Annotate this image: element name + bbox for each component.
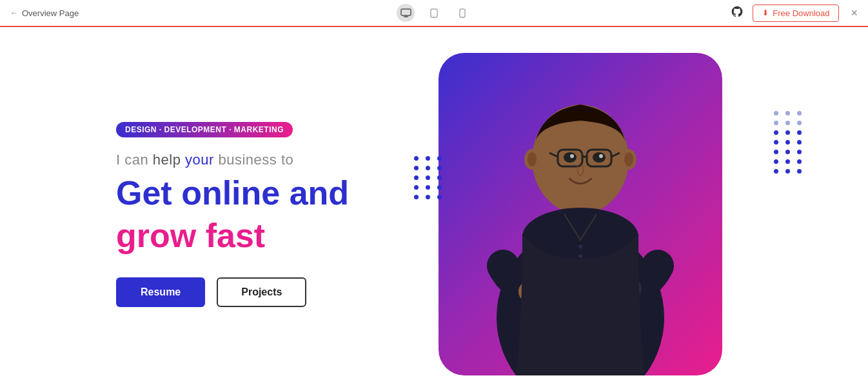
dot — [437, 195, 442, 199]
topbar-center — [397, 4, 471, 22]
free-download-button[interactable]: ⬇ Free Download — [753, 5, 839, 22]
subtitle-can: can — [124, 152, 153, 168]
desktop-icon[interactable] — [397, 4, 415, 22]
dot — [414, 156, 419, 161]
subtitle-help: help — [153, 152, 185, 168]
cta-buttons: Resume Projects — [116, 277, 374, 307]
hero-subtitle: I can help your business to — [116, 152, 374, 168]
dot — [437, 175, 442, 180]
dot — [426, 156, 430, 161]
dot — [797, 121, 802, 125]
dot — [426, 166, 430, 170]
dot — [785, 111, 790, 115]
download-icon: ⬇ — [762, 8, 769, 17]
svg-point-17 — [564, 152, 577, 163]
dot — [774, 140, 778, 145]
dot — [785, 150, 790, 154]
tablet-icon[interactable] — [425, 4, 443, 22]
svg-point-22 — [578, 254, 582, 258]
dot — [797, 140, 802, 145]
dot — [785, 140, 790, 145]
resume-button[interactable]: Resume — [116, 277, 205, 307]
dot — [797, 150, 802, 154]
dot — [774, 159, 778, 164]
dot-pattern-right — [774, 111, 804, 174]
svg-point-21 — [578, 244, 582, 248]
dot — [426, 185, 430, 190]
dot — [414, 195, 419, 199]
dot — [774, 150, 778, 154]
dot — [785, 121, 790, 125]
github-icon[interactable] — [731, 5, 744, 21]
dot — [774, 169, 778, 174]
dot — [797, 111, 802, 115]
dot — [414, 185, 419, 190]
svg-point-6 — [462, 15, 462, 16]
subtitle-i: I — [116, 152, 124, 168]
dot — [426, 175, 430, 180]
hero-person-image — [458, 46, 703, 375]
dot — [797, 169, 802, 174]
dot — [785, 159, 790, 164]
svg-point-19 — [570, 154, 574, 158]
back-label[interactable]: Overview Page — [22, 8, 79, 18]
dot — [414, 166, 419, 170]
dot — [774, 130, 778, 135]
dot — [774, 111, 778, 115]
dot — [426, 195, 430, 199]
hero-headline-line2: grow fast — [116, 217, 374, 254]
dot — [774, 121, 778, 125]
svg-point-26 — [624, 152, 633, 166]
free-download-label: Free Download — [773, 8, 829, 18]
dot — [797, 159, 802, 164]
topbar-left: ← Overview Page — [10, 8, 79, 18]
svg-point-4 — [433, 15, 435, 17]
dot — [437, 166, 442, 170]
right-content — [374, 27, 868, 389]
topbar: ← Overview Page ⬇ Free Download × — [0, 0, 868, 27]
svg-point-20 — [599, 154, 603, 158]
dot — [437, 185, 442, 190]
close-button[interactable]: × — [851, 6, 858, 20]
left-content: DESIGN · DEVELOPMENT · MARKETING I can h… — [0, 109, 374, 306]
topbar-right: ⬇ Free Download × — [731, 5, 858, 22]
dot-pattern-left — [414, 156, 444, 199]
svg-point-25 — [528, 152, 537, 166]
subtitle-business: business to — [214, 152, 293, 168]
main-content: DESIGN · DEVELOPMENT · MARKETING I can h… — [0, 27, 868, 389]
dot — [437, 156, 442, 161]
projects-button[interactable]: Projects — [217, 277, 306, 307]
dot — [414, 175, 419, 180]
hero-headline-line1: Get online and — [116, 175, 374, 212]
subtitle-your: your — [185, 152, 214, 168]
dot — [785, 169, 790, 174]
svg-point-18 — [593, 152, 606, 163]
dot — [797, 130, 802, 135]
dot — [785, 130, 790, 135]
tag-badge: DESIGN · DEVELOPMENT · MARKETING — [116, 122, 293, 137]
back-arrow-icon: ← — [10, 8, 18, 17]
svg-rect-0 — [401, 9, 411, 15]
mobile-icon[interactable] — [453, 4, 471, 22]
